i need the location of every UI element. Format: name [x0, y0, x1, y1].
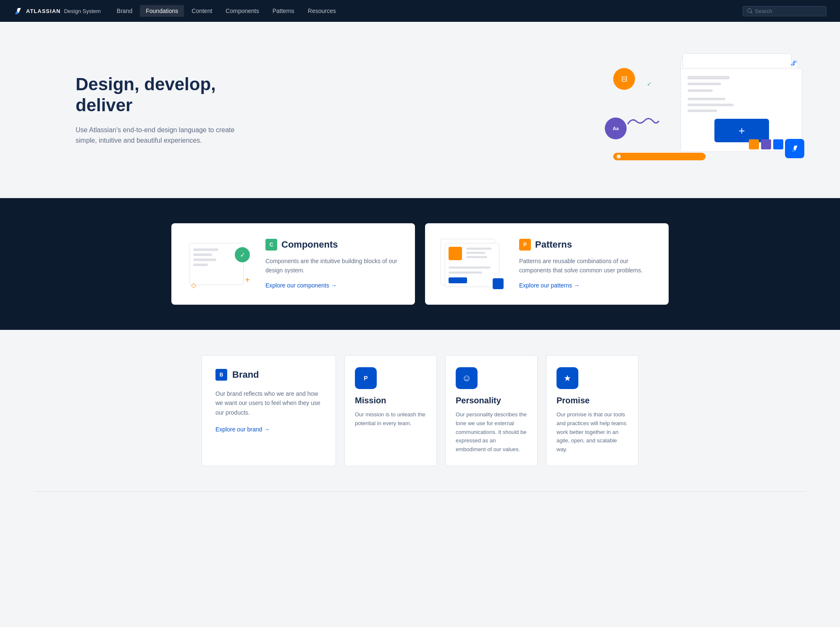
- search-icon: [747, 8, 753, 14]
- illus-aa-icon: Aa: [613, 126, 619, 131]
- ci-plus-icon: +: [245, 275, 250, 285]
- search-box[interactable]: [743, 6, 827, 16]
- components-description: Components are the intuitive building bl…: [265, 256, 402, 275]
- patterns-header: P Patterns: [519, 239, 655, 251]
- ci-line3: [193, 259, 216, 261]
- pi-blue-btn: [449, 277, 467, 283]
- atlassian-logo-icon: [13, 6, 23, 16]
- illus-check-icon: ✓: [647, 81, 652, 87]
- hero-subtitle: Use Atlassian's end-to-end design langua…: [76, 125, 252, 146]
- components-illustration: ✓ + ◇: [185, 237, 252, 291]
- patterns-card: P Patterns Patterns are reusable combina…: [425, 223, 669, 305]
- personality-badge-icon: ☺: [462, 373, 471, 384]
- mission-badge: P: [355, 367, 377, 389]
- ci-line4: [193, 264, 208, 266]
- components-card: ✓ + ◇ C Components Components are the in…: [171, 223, 415, 305]
- illus-sq-orange: [749, 139, 759, 149]
- nav-link-foundations[interactable]: Foundations: [140, 5, 184, 17]
- hero-text-block: Design, develop, deliver Use Atlassian's…: [76, 74, 252, 146]
- illus-plus-icon: +: [738, 125, 745, 136]
- mission-description: Our mission is to unleash the potential …: [355, 410, 426, 428]
- nav-link-brand[interactable]: Brand: [111, 5, 138, 17]
- illus-pencil-icon: ✎: [796, 152, 801, 160]
- pi-line5: [449, 272, 482, 274]
- illus-color-squares: [749, 139, 783, 149]
- ci-line1: [193, 248, 218, 251]
- pi-lines: [466, 248, 491, 258]
- illus-bar-dot: [617, 154, 621, 159]
- brand-title: Brand: [232, 369, 259, 380]
- logo-product-text: Design System: [64, 8, 100, 14]
- illus-line3: [688, 89, 713, 92]
- personality-badge: ☺: [456, 367, 478, 389]
- pi-blue-sq: [493, 278, 504, 289]
- nav-link-components[interactable]: Components: [220, 5, 265, 17]
- navigation: ATLASSIAN Design System Brand Foundation…: [0, 0, 840, 22]
- promise-description: Our promise is that our tools and practi…: [556, 410, 628, 454]
- patterns-illustration: [438, 237, 506, 291]
- illus-sq-purple: [761, 139, 771, 149]
- illus-paperclip-icon: 🖇: [790, 60, 797, 67]
- illus-line4: [688, 98, 725, 100]
- brand-explore-link[interactable]: Explore our brand →: [215, 426, 270, 433]
- ci-line2: [193, 253, 212, 256]
- promise-card: ★ Promise Our promise is that our tools …: [546, 355, 638, 466]
- illus-wave: [626, 115, 659, 129]
- nav-link-resources[interactable]: Resources: [302, 5, 342, 17]
- personality-description: Our personality describes the tone we us…: [456, 410, 527, 454]
- promise-title: Promise: [556, 396, 628, 405]
- search-input[interactable]: [755, 8, 822, 14]
- brand-description: Our brand reflects who we are and how we…: [215, 389, 322, 417]
- brand-badge: B: [215, 369, 227, 381]
- illus-atlassian-icon: [785, 139, 804, 158]
- mission-title: Mission: [355, 396, 426, 405]
- pi-line2: [466, 252, 485, 254]
- brand-section: B Brand Our brand reflects who we are an…: [0, 330, 840, 491]
- components-content: C Components Components are the intuitiv…: [265, 239, 402, 290]
- personality-card: ☺ Personality Our personality describes …: [445, 355, 538, 466]
- ci-check-icon: ✓: [240, 251, 245, 259]
- brand-header: B Brand: [215, 369, 322, 381]
- illus-line5: [688, 104, 734, 106]
- components-explore-link[interactable]: Explore our components →: [265, 282, 337, 289]
- brand-badge-letter: B: [220, 372, 223, 378]
- pi-line1: [466, 248, 491, 250]
- logo-brand-text: ATLASSIAN: [26, 8, 60, 14]
- ci-diamond-icon: ◇: [191, 281, 196, 289]
- components-badge: C: [265, 239, 277, 251]
- illus-main-card: +: [680, 68, 802, 152]
- mission-card: P Mission Our mission is to unleash the …: [344, 355, 437, 466]
- illus-orange-circle: ⊟: [613, 68, 635, 90]
- illus-line6: [688, 110, 717, 112]
- patterns-title: Patterns: [535, 239, 572, 250]
- brand-card: B Brand Our brand reflects who we are an…: [202, 355, 336, 466]
- nav-links: Brand Foundations Content Components Pat…: [111, 5, 743, 17]
- nav-link-content[interactable]: Content: [186, 5, 218, 17]
- ci-green-circle: ✓: [235, 247, 250, 262]
- personality-title: Personality: [456, 396, 527, 405]
- patterns-badge: P: [519, 239, 531, 251]
- patterns-explore-link[interactable]: Explore our patterns →: [519, 282, 580, 289]
- features-section: ✓ + ◇ C Components Components are the in…: [0, 198, 840, 330]
- promise-badge-icon: ★: [564, 373, 571, 383]
- patterns-content: P Patterns Patterns are reusable combina…: [519, 239, 655, 290]
- pi-line4: [449, 266, 491, 269]
- illus-line1: [688, 76, 730, 79]
- patterns-description: Patterns are reusable combinations of ou…: [519, 256, 655, 275]
- pi-orange-sq: [449, 247, 462, 260]
- patterns-badge-letter: P: [523, 242, 527, 248]
- illus-sq-blue: [773, 139, 783, 149]
- illus-folder-icon: ⊟: [621, 74, 627, 84]
- hero-illustration: + ⊟ ✓ Aa: [605, 47, 806, 173]
- site-logo[interactable]: ATLASSIAN Design System: [13, 6, 101, 16]
- components-title: Components: [281, 239, 338, 250]
- hero-title: Design, develop, deliver: [76, 74, 252, 116]
- nav-link-patterns[interactable]: Patterns: [267, 5, 300, 17]
- components-header: C Components: [265, 239, 402, 251]
- promise-badge: ★: [556, 367, 578, 389]
- mission-badge-icon: P: [364, 375, 368, 381]
- components-badge-letter: C: [270, 242, 273, 248]
- pi-line3: [466, 256, 487, 258]
- illus-line2: [688, 83, 721, 85]
- pi-main-card: [445, 243, 499, 287]
